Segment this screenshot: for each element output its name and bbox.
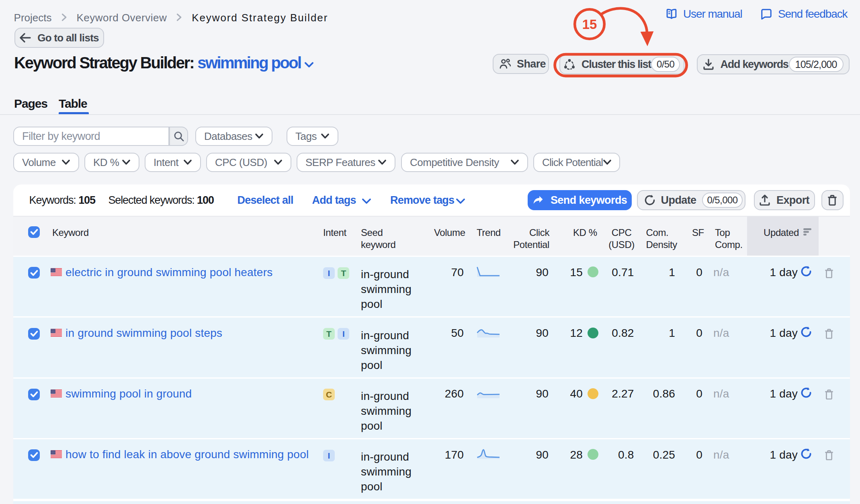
svg-text:15: 15 <box>582 17 597 32</box>
